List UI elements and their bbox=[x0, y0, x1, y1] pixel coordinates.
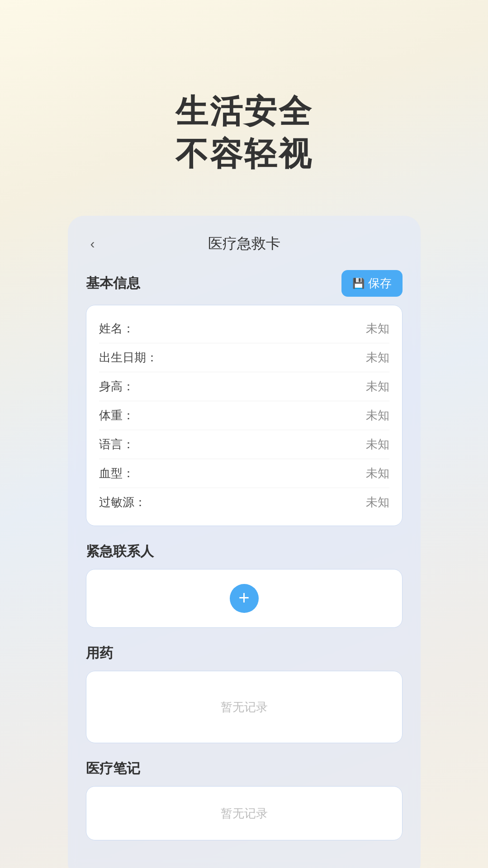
medication-header: 用药 bbox=[86, 644, 403, 663]
table-row: 血型： 未知 bbox=[99, 459, 389, 488]
save-label: 保存 bbox=[368, 275, 392, 291]
weight-label: 体重： bbox=[99, 408, 134, 423]
language-value: 未知 bbox=[366, 436, 389, 452]
name-label: 姓名： bbox=[99, 321, 134, 337]
allergy-label: 过敏源： bbox=[99, 494, 146, 510]
medical-notes-section: 医疗笔记 暂无记录 bbox=[86, 759, 403, 840]
table-row: 身高： 未知 bbox=[99, 372, 389, 401]
table-row: 姓名： 未知 bbox=[99, 314, 389, 343]
medical-notes-header: 医疗笔记 bbox=[86, 759, 403, 778]
emergency-contact-section: 紧急联系人 + bbox=[86, 542, 403, 628]
card-title: 医疗急救卡 bbox=[208, 234, 280, 254]
birthdate-label: 出生日期： bbox=[99, 350, 158, 365]
language-label: 语言： bbox=[99, 436, 134, 452]
height-value: 未知 bbox=[366, 379, 389, 394]
blood-type-value: 未知 bbox=[366, 465, 389, 481]
medication-card: 暂无记录 bbox=[86, 671, 403, 743]
card-header: ‹ 医疗急救卡 bbox=[86, 234, 403, 254]
medication-empty: 暂无记录 bbox=[221, 699, 268, 715]
save-icon: 💾 bbox=[352, 278, 365, 289]
notes-empty: 暂无记录 bbox=[221, 806, 268, 821]
add-contact-button[interactable]: + bbox=[230, 584, 259, 613]
medication-section: 用药 暂无记录 bbox=[86, 644, 403, 743]
hero-line1: 生活安全 bbox=[175, 90, 313, 133]
name-value: 未知 bbox=[366, 321, 389, 337]
basic-info-title: 基本信息 bbox=[86, 274, 140, 293]
emergency-contact-header: 紧急联系人 bbox=[86, 542, 403, 561]
basic-info-card: 姓名： 未知 出生日期： 未知 身高： 未知 体重： 未知 语言： 未知 血型：… bbox=[86, 305, 403, 526]
medical-notes-title: 医疗笔记 bbox=[86, 759, 140, 778]
table-row: 语言： 未知 bbox=[99, 430, 389, 459]
plus-icon: + bbox=[238, 588, 250, 607]
height-label: 身高： bbox=[99, 379, 134, 394]
basic-info-section: 基本信息 💾 保存 姓名： 未知 出生日期： 未知 身高： 未知 体重： 未知 bbox=[86, 270, 403, 526]
medical-notes-card: 暂无记录 bbox=[86, 786, 403, 840]
allergy-value: 未知 bbox=[366, 494, 389, 510]
save-button[interactable]: 💾 保存 bbox=[341, 270, 403, 297]
blood-type-label: 血型： bbox=[99, 465, 134, 481]
hero-line2: 不容轻视 bbox=[175, 133, 313, 175]
emergency-contact-title: 紧急联系人 bbox=[86, 542, 154, 561]
main-card: ‹ 医疗急救卡 基本信息 💾 保存 姓名： 未知 出生日期： 未知 身高： 未知 bbox=[68, 216, 421, 868]
basic-info-header: 基本信息 💾 保存 bbox=[86, 270, 403, 297]
back-button[interactable]: ‹ bbox=[86, 234, 99, 253]
emergency-contact-card: + bbox=[86, 569, 403, 628]
table-row: 过敏源： 未知 bbox=[99, 488, 389, 517]
hero-section: 生活安全 不容轻视 bbox=[175, 0, 313, 175]
table-row: 体重： 未知 bbox=[99, 401, 389, 430]
medication-title: 用药 bbox=[86, 644, 113, 663]
table-row: 出生日期： 未知 bbox=[99, 343, 389, 372]
birthdate-value: 未知 bbox=[366, 350, 389, 365]
weight-value: 未知 bbox=[366, 408, 389, 423]
hero-title: 生活安全 不容轻视 bbox=[175, 90, 313, 175]
